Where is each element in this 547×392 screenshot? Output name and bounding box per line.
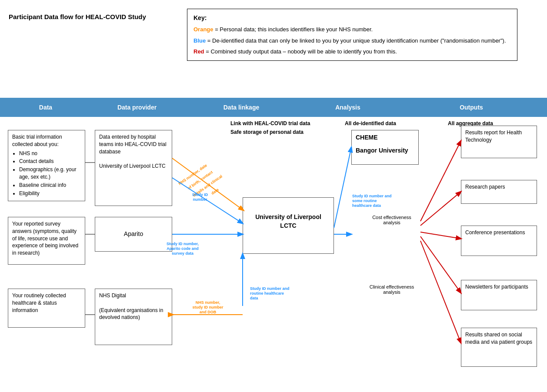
key-blue: Blue = De-identified data that can only … — [193, 37, 511, 45]
clinical-effectiveness-label: Clinical effectiveness analysis — [364, 284, 420, 295]
provider-box-3: NHS Digital (Equivalent organisations in… — [95, 289, 172, 345]
svg-line-28 — [420, 236, 461, 293]
output-box-3: Conference presentations — [461, 226, 537, 256]
svg-text:Study ID: Study ID — [192, 193, 208, 197]
svg-text:Study ID number and: Study ID number and — [250, 286, 290, 291]
svg-text:number: number — [193, 197, 207, 202]
svg-text:routine healthcare: routine healthcare — [250, 291, 284, 296]
svg-text:study ID number: study ID number — [192, 305, 223, 309]
svg-text:survey data: survey data — [172, 251, 194, 256]
safe-storage-label: Safe storage of personal data — [230, 129, 304, 135]
key-orange: Orange = Personal data; this includes id… — [193, 25, 511, 34]
list-item: Baseline clinical info — [19, 182, 81, 189]
list-item: Contact details — [19, 158, 81, 165]
svg-line-26 — [420, 192, 461, 226]
header-bar: Data Data provider Data linkage Analysis… — [0, 98, 547, 117]
analysis-line1: CHEME — [356, 133, 414, 142]
deid-label: All de-identified data — [345, 120, 396, 126]
data-box1-list: NHS no Contact details Demographics (e.g… — [12, 150, 81, 197]
analysis-box-1: CHEME Bangor University — [351, 130, 419, 165]
svg-text:data: data — [210, 187, 220, 196]
header-data: Data — [0, 104, 91, 111]
svg-line-27 — [420, 232, 461, 239]
svg-text:and DOB: and DOB — [200, 310, 217, 314]
svg-line-25 — [420, 141, 461, 221]
data-box1-title: Basic trial information collected about … — [12, 134, 62, 147]
provider-box3-line2: (Equivalent organisations in devolved na… — [99, 307, 163, 321]
svg-text:Study ID number and: Study ID number and — [352, 194, 392, 198]
page-container: Participant Data flow for HEAL-COVID Stu… — [0, 0, 547, 392]
data-box-2: Your reported survey answers (symptoms, … — [8, 217, 85, 265]
svg-text:some routine: some routine — [352, 199, 377, 203]
output-box-2: Research papers — [461, 180, 537, 204]
svg-text:of birth, contact: of birth, contact — [187, 170, 213, 190]
svg-text:details and clinical: details and clinical — [192, 174, 223, 197]
link-heal-label: Link with HEAL-COVID trial data — [230, 120, 310, 126]
list-item: Demographics (e.g. your age, sex etc.) — [19, 166, 81, 181]
red-text: = Combined study output data – nobody wi… — [204, 48, 397, 55]
linkage-center-box: University of Liverpool LCTC — [243, 197, 334, 254]
svg-text:data: data — [250, 296, 259, 300]
linkage-line2: LCTC — [247, 222, 330, 230]
header-provider: Data provider — [91, 104, 183, 111]
linkage-line1: University of Liverpool — [247, 213, 330, 222]
data-box-1: Basic trial information collected about … — [8, 130, 85, 201]
red-label: Red — [193, 48, 204, 55]
provider-box-2: Aparito — [95, 217, 172, 252]
output-box-5: Results shared on social media and via p… — [461, 328, 537, 367]
data-box-3: Your routinely collected healthcare & st… — [8, 289, 85, 328]
cost-effectiveness-label: Cost effectiveness analysis — [364, 215, 420, 225]
svg-line-0 — [172, 158, 243, 210]
blue-label: Blue — [193, 37, 206, 44]
provider-box1-line2: University of Liverpool LCTC — [99, 163, 166, 169]
provider-box2-text: Aparito — [124, 230, 143, 239]
orange-text: = Personal data; this includes identifie… — [213, 26, 373, 33]
output-box-4: Newsletters for participants — [461, 280, 537, 310]
header-linkage: Data linkage — [183, 104, 300, 111]
svg-text:NHS number, date: NHS number, date — [178, 163, 208, 186]
key-box: Key: Orange = Personal data; this includ… — [187, 9, 517, 61]
svg-line-29 — [420, 241, 461, 343]
header-analysis: Analysis — [300, 104, 396, 111]
output-box-1: Results report for Health Technology — [461, 126, 537, 158]
svg-text:healthcare data: healthcare data — [352, 203, 381, 208]
analysis-line2: Bangor University — [356, 146, 414, 155]
blue-text: = De-identified data that can only be li… — [206, 37, 506, 44]
svg-text:NHS number,: NHS number, — [196, 300, 220, 305]
key-heading: Key: — [193, 13, 511, 23]
list-item: Eligibility — [19, 190, 81, 197]
provider-box3-line1: NHS Digital — [99, 292, 126, 299]
list-item: NHS no — [19, 150, 81, 157]
provider-box1-line1: Data entered by hospital teams into HEAL… — [99, 134, 167, 155]
orange-label: Orange — [193, 26, 213, 33]
svg-line-5 — [172, 178, 243, 223]
svg-line-20 — [334, 147, 351, 228]
key-red: Red = Combined study output data – nobod… — [193, 47, 511, 56]
provider-box-1: Data entered by hospital teams into HEAL… — [95, 130, 172, 206]
header-outputs: Outputs — [396, 104, 547, 111]
